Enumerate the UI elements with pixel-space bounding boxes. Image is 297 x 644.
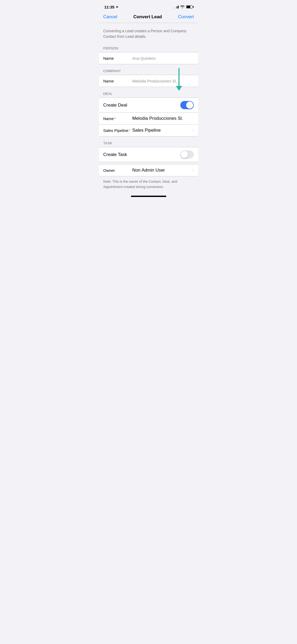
home-bar [131, 196, 166, 197]
battery-icon [186, 5, 193, 8]
task-section-label: TASK [103, 141, 112, 145]
status-bar: 11:35 ➤ [99, 0, 198, 12]
sales-pipeline-row[interactable]: Sales Pipeline* Sales Pipeline › [99, 125, 198, 136]
sales-pipeline-chevron: › [192, 128, 194, 133]
cancel-button[interactable]: Cancel [103, 14, 117, 20]
deal-section-label: DEAL [103, 92, 112, 96]
owner-table: Owner Non Admin User › [99, 164, 198, 176]
owner-value: Non Admin User [132, 168, 191, 173]
sales-pipeline-label: Sales Pipeline* [103, 128, 132, 133]
home-indicator [99, 194, 198, 200]
person-name-row[interactable]: Name Ana Quintero [99, 52, 198, 64]
deal-name-row[interactable]: Name* Melodia Producciones Sl. [99, 113, 198, 125]
note-text: Note: This is the owner of the Contact, … [99, 176, 198, 194]
owner-row[interactable]: Owner Non Admin User › [99, 164, 198, 176]
page-title: Convert Lead [133, 14, 162, 20]
deal-name-label: Name* [103, 116, 132, 121]
create-deal-toggle[interactable] [180, 101, 194, 109]
create-deal-label: Create Deal [103, 103, 132, 108]
person-section-header: PERSON [99, 44, 198, 52]
status-time: 11:35 ➤ [104, 5, 118, 9]
company-name-row[interactable]: Name Melodia Producciones Sl. [99, 75, 198, 87]
create-task-label: Create Task [103, 152, 132, 157]
person-name-value: Ana Quintero [132, 56, 194, 61]
info-text: Converting a Lead creates a Person and C… [103, 28, 194, 39]
info-box: Converting a Lead creates a Person and C… [99, 23, 198, 44]
deal-table: Create Deal Name* Melodia Producciones S… [99, 98, 198, 136]
company-name-value: Melodia Producciones Sl. [132, 79, 194, 83]
location-icon: ➤ [116, 5, 118, 9]
content: Converting a Lead creates a Person and C… [99, 23, 198, 194]
toggle-track [180, 101, 194, 109]
owner-label: Owner [103, 168, 132, 173]
deal-section-header: DEAL [99, 89, 198, 98]
company-name-label: Name [103, 79, 132, 83]
arrow-indicator [176, 68, 182, 91]
required-asterisk-2: * [129, 128, 130, 133]
toggle-thumb [186, 102, 193, 109]
signal-icon [174, 5, 179, 8]
nav-bar: Cancel Convert Lead Convert [99, 12, 198, 23]
person-name-label: Name [103, 56, 132, 61]
create-deal-row[interactable]: Create Deal [99, 98, 198, 113]
sales-pipeline-value: Sales Pipeline [132, 128, 191, 133]
task-section-header: TASK [99, 139, 198, 147]
wifi-icon [180, 5, 185, 9]
create-task-toggle[interactable] [180, 150, 194, 159]
task-table: Create Task [99, 147, 198, 162]
task-toggle-thumb [181, 151, 188, 158]
company-table: Name Melodia Producciones Sl. [99, 75, 198, 87]
required-asterisk: * [114, 116, 116, 121]
person-table: Name Ana Quintero [99, 52, 198, 64]
create-task-row[interactable]: Create Task [99, 147, 198, 162]
person-section-label: PERSON [103, 46, 118, 50]
company-section-label: COMPANY [103, 69, 121, 73]
owner-chevron: › [192, 168, 194, 173]
status-icons [174, 5, 193, 9]
convert-button[interactable]: Convert [178, 14, 194, 20]
deal-name-value: Melodia Producciones Sl. [132, 116, 194, 121]
task-toggle-track [180, 150, 194, 159]
company-section-header: COMPANY [99, 66, 198, 75]
